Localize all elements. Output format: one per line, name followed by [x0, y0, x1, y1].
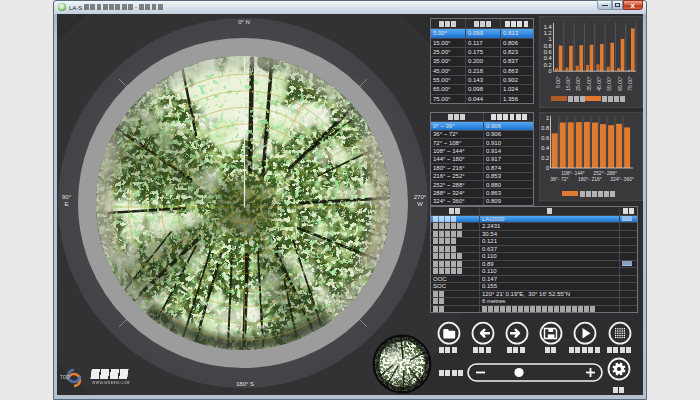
svg-text:TOP: TOP [60, 375, 69, 380]
